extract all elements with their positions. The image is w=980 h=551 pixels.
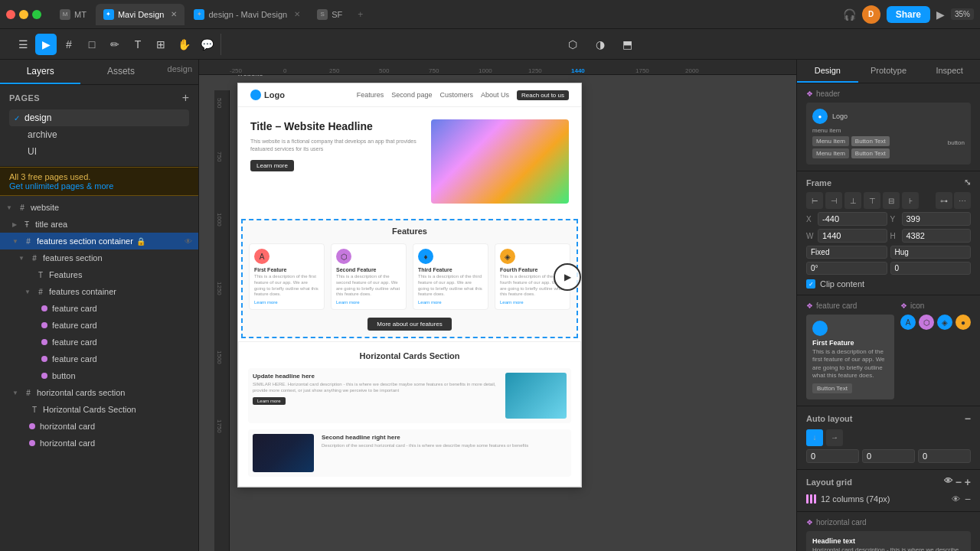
tab-design-close-icon[interactable]: ✕ bbox=[294, 10, 300, 18]
tab-mavi-design[interactable]: ✦ Mavi Design ✕ bbox=[96, 4, 185, 25]
feature-card-4-canvas[interactable]: ◈ Fourth Feature This is a description o… bbox=[495, 243, 570, 310]
text-tool[interactable]: T bbox=[127, 34, 149, 55]
distribute-h-button[interactable]: ⊶ bbox=[936, 192, 952, 209]
menu-tool[interactable]: ☰ bbox=[12, 34, 34, 55]
rotation-input[interactable]: 0° bbox=[806, 262, 887, 275]
y-input[interactable]: 399 bbox=[902, 212, 972, 226]
layout-grid-minus-icon[interactable]: − bbox=[956, 476, 962, 488]
radius-input[interactable]: 0 bbox=[890, 262, 972, 275]
headphone-icon[interactable]: 🎧 bbox=[843, 8, 856, 21]
features-more-button[interactable]: More about our features bbox=[368, 318, 451, 331]
layer-hc-card-2[interactable]: horizontal card bbox=[0, 435, 198, 452]
feature-link-3[interactable]: Learn more bbox=[418, 300, 483, 305]
inspect-toggle[interactable]: ⬒ bbox=[617, 34, 639, 55]
path-tool[interactable]: ✏ bbox=[104, 34, 126, 55]
tab-design-mavi[interactable]: ✦ design - Mavi Design ✕ bbox=[186, 4, 308, 25]
layout-grid-eye-icon[interactable]: 👁 bbox=[944, 476, 952, 488]
expand-icon[interactable]: ⤡ bbox=[964, 178, 971, 187]
feature-card-3-canvas[interactable]: ♦ Third Feature This is a description of… bbox=[413, 243, 488, 310]
user-avatar[interactable]: D bbox=[862, 5, 880, 24]
page-archive[interactable]: archive bbox=[9, 126, 189, 143]
clip-content-checkbox[interactable]: ✓ bbox=[806, 279, 815, 289]
layer-feature-card-1[interactable]: feature card bbox=[0, 300, 198, 317]
layer-hcs-title[interactable]: T Horizontal Cards Section bbox=[0, 401, 198, 418]
design-tab[interactable]: Design bbox=[797, 60, 858, 83]
display-mode[interactable]: ◑ bbox=[590, 34, 611, 55]
minimize-window-button[interactable] bbox=[19, 10, 28, 19]
layer-features-container[interactable]: ▼ # features container bbox=[0, 283, 198, 300]
gap-h-input[interactable]: 0 bbox=[806, 449, 859, 463]
layer-website[interactable]: ▼ # website bbox=[0, 199, 198, 216]
layer-features-section[interactable]: ▼ # features section bbox=[0, 249, 198, 266]
align-center-v-button[interactable]: ⊟ bbox=[883, 192, 900, 209]
align-top-button[interactable]: ⊤ bbox=[864, 192, 880, 209]
nav-cta-button[interactable]: Reach out to us bbox=[517, 90, 569, 100]
features-section-block[interactable]: Features A First Feature This is a descr… bbox=[241, 219, 578, 338]
prototype-tab[interactable]: Prototype bbox=[858, 60, 920, 83]
hand-tool[interactable]: ✋ bbox=[173, 34, 194, 55]
hc-card-2-canvas[interactable]: Second headline right here Description o… bbox=[248, 429, 571, 477]
constraint-h-input[interactable]: Fixed bbox=[806, 246, 887, 259]
layer-feature-card-4[interactable]: feature card bbox=[0, 350, 198, 367]
assets-tab[interactable]: Assets bbox=[80, 60, 161, 84]
layer-features-text[interactable]: T Features bbox=[0, 266, 198, 283]
align-center-h-button[interactable]: ⊣ bbox=[825, 192, 842, 209]
feature-link-4[interactable]: Learn more bbox=[500, 300, 565, 305]
shape-tool[interactable]: □ bbox=[81, 34, 103, 55]
hero-cta-button[interactable]: Learn more bbox=[250, 160, 294, 171]
tab-mt[interactable]: M MT bbox=[52, 4, 94, 25]
x-input[interactable]: -440 bbox=[818, 212, 887, 226]
constraint-v-input[interactable]: Hug bbox=[890, 246, 972, 259]
maximize-window-button[interactable] bbox=[32, 10, 41, 19]
layer-features-section-container[interactable]: ▼ # features section container 🔒 👁 bbox=[0, 233, 198, 249]
align-left-button[interactable]: ⊢ bbox=[806, 192, 823, 209]
layout-right-button[interactable]: → bbox=[826, 429, 843, 446]
present-icon[interactable]: ▶ bbox=[936, 8, 945, 21]
layer-hcs[interactable]: ▼ # horizontal cards section bbox=[0, 384, 198, 401]
canvas-area[interactable]: -250 0 250 500 750 1000 1250 1440 1750 2… bbox=[199, 60, 796, 551]
frame-tool[interactable]: # bbox=[58, 34, 80, 55]
w-input[interactable]: 1440 bbox=[818, 229, 887, 243]
website-design-frame[interactable]: Logo Features Second page Customers Abou… bbox=[237, 83, 582, 487]
align-right-button[interactable]: ⊥ bbox=[844, 192, 861, 209]
comment-tool[interactable]: 💬 bbox=[196, 34, 217, 55]
layout-grid-minus-icon-2[interactable]: − bbox=[965, 493, 971, 505]
component-tool[interactable]: ⊞ bbox=[150, 34, 172, 55]
h-input[interactable]: 4382 bbox=[902, 229, 972, 243]
feature-preview-button[interactable]: Button Text bbox=[812, 383, 852, 393]
page-ui[interactable]: UI bbox=[9, 143, 189, 160]
layer-feature-card-3[interactable]: feature card bbox=[0, 334, 198, 350]
hc-card-1-canvas[interactable]: Update headline here SIMILAR HERE. Horiz… bbox=[248, 368, 571, 423]
layer-button[interactable]: button bbox=[0, 367, 198, 384]
more-options-button[interactable]: ⋯ bbox=[954, 192, 971, 209]
new-tab-button[interactable]: + bbox=[351, 6, 369, 23]
gap-v-input[interactable]: 0 bbox=[862, 449, 915, 463]
eye-icon[interactable]: 👁 bbox=[185, 237, 192, 246]
tab-sf[interactable]: S SF bbox=[309, 4, 350, 25]
close-window-button[interactable] bbox=[6, 10, 15, 19]
add-page-button[interactable]: + bbox=[182, 91, 189, 105]
inspect-tab[interactable]: Inspect bbox=[919, 60, 980, 83]
align-bottom-button[interactable]: ⊦ bbox=[902, 192, 919, 209]
layer-hc-card-1[interactable]: horizontal card bbox=[0, 418, 198, 435]
auto-layout-minus-icon[interactable]: − bbox=[965, 412, 971, 425]
share-button[interactable]: Share bbox=[887, 6, 930, 23]
upgrade-link[interactable]: Get unlimited pages & more bbox=[9, 181, 113, 191]
page-design[interactable]: ✓ design bbox=[9, 109, 189, 126]
feature-card-1-canvas[interactable]: A First Feature This is a description of… bbox=[249, 243, 325, 310]
tab-close-icon[interactable]: ✕ bbox=[171, 10, 177, 18]
page-selector[interactable]: design bbox=[162, 60, 198, 84]
layer-title-area[interactable]: ▶ Ŧ title area bbox=[0, 216, 198, 233]
layers-tab[interactable]: Layers bbox=[0, 60, 80, 84]
feature-link-1[interactable]: Learn more bbox=[254, 300, 319, 305]
plugin-icon[interactable]: ⬡ bbox=[562, 34, 583, 55]
feature-card-2-canvas[interactable]: ⬡ Second Feature This is a description o… bbox=[331, 243, 407, 310]
feature-link-2[interactable]: Learn more bbox=[336, 300, 401, 305]
hc-btn-1[interactable]: Learn more bbox=[253, 397, 286, 405]
padding-input[interactable]: 0 bbox=[918, 449, 971, 463]
layout-grid-eye-icon-2[interactable]: 👁 bbox=[952, 494, 960, 504]
select-tool[interactable]: ▶ bbox=[35, 34, 57, 55]
layout-down-button[interactable]: ↓ bbox=[806, 429, 823, 446]
layout-grid-plus-icon[interactable]: + bbox=[965, 476, 971, 488]
layer-feature-card-2[interactable]: feature card bbox=[0, 317, 198, 334]
